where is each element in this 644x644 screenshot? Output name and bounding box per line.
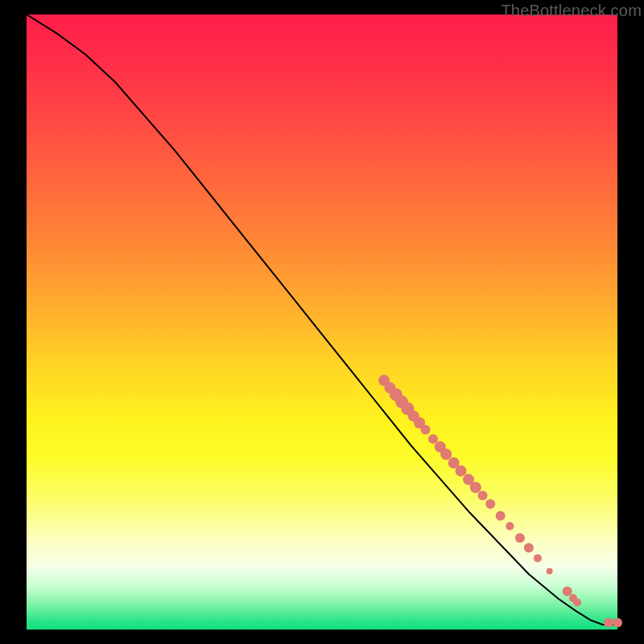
- data-markers: [378, 375, 622, 628]
- data-point: [613, 618, 622, 628]
- data-point: [421, 425, 431, 435]
- data-point: [524, 543, 534, 552]
- data-point: [485, 499, 495, 509]
- data-point: [470, 482, 481, 493]
- data-point: [478, 490, 488, 500]
- data-point: [515, 533, 525, 543]
- data-point: [428, 434, 438, 444]
- data-point: [456, 465, 467, 477]
- chart-svg: [27, 14, 617, 630]
- chart-frame: TheBottleneck.com: [27, 14, 617, 630]
- data-point: [440, 448, 452, 460]
- data-point: [506, 522, 514, 530]
- bottleneck-curve: [27, 14, 617, 625]
- data-point: [604, 618, 613, 628]
- data-point: [534, 554, 542, 562]
- watermark-label: TheBottleneck.com: [501, 2, 642, 20]
- data-point: [496, 511, 506, 521]
- data-point: [547, 568, 553, 574]
- data-point: [573, 598, 581, 606]
- data-point: [563, 587, 572, 597]
